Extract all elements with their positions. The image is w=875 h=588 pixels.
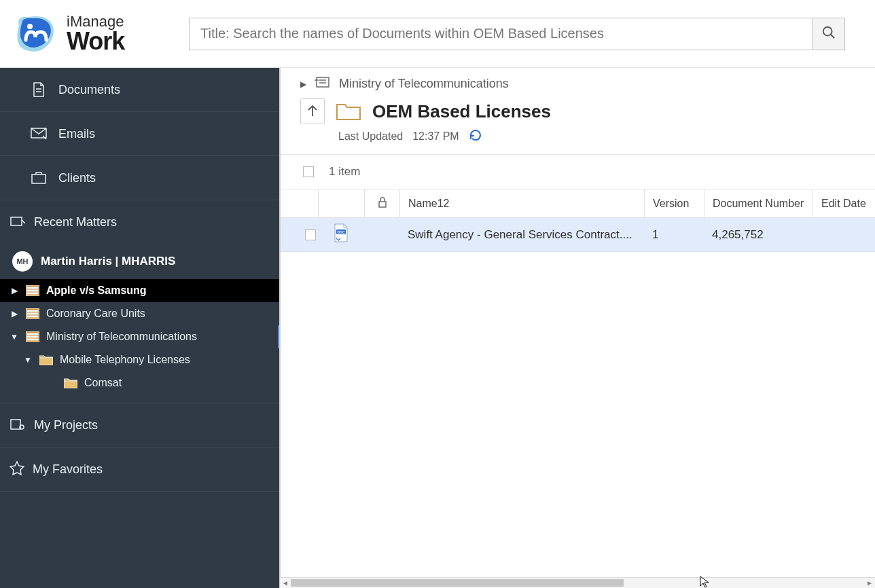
col-version[interactable]: Version — [644, 189, 704, 217]
svg-rect-14 — [27, 313, 38, 314]
table-row[interactable]: DOC Swift Agency - General Services Cont… — [280, 218, 875, 252]
chevron-down-icon: ▼ — [23, 355, 33, 365]
email-icon — [30, 128, 48, 140]
lock-icon — [378, 197, 387, 210]
brand-text: iManage Work — [67, 14, 124, 54]
tree-label: Comsat — [84, 377, 122, 389]
row-checkbox[interactable] — [305, 229, 316, 240]
select-all-checkbox[interactable] — [303, 166, 314, 177]
search-bar — [189, 18, 875, 50]
svg-rect-9 — [27, 287, 38, 289]
col-edit-date[interactable]: Edit Date — [812, 189, 875, 217]
sidebar-section-label: My Projects — [34, 418, 98, 433]
breadcrumb[interactable]: ▶ Ministry of Telecommunications — [280, 68, 875, 92]
app-header: iManage Work — [0, 0, 875, 68]
row-name: Swift Agency - General Services Contract… — [408, 228, 632, 242]
svg-rect-22 — [11, 420, 20, 429]
horizontal-scrollbar[interactable]: ◄ ► — [280, 577, 875, 588]
sidebar-section-label: My Favorites — [33, 462, 103, 477]
tree-item-ministry-telecom[interactable]: ▼ Ministry of Telecommunications — [0, 325, 280, 348]
col-label: Edit Date — [821, 198, 866, 210]
scroll-thumb[interactable] — [291, 579, 624, 587]
svg-point-1 — [823, 27, 832, 36]
up-button[interactable] — [300, 98, 325, 124]
scroll-right-icon[interactable]: ► — [864, 578, 875, 589]
sidebar-item-label: Documents — [58, 83, 120, 97]
svg-rect-11 — [27, 293, 38, 294]
sidebar-section-recent-matters[interactable]: ▼ Recent Matters — [0, 200, 280, 244]
brand-logo-icon — [12, 12, 57, 56]
svg-rect-7 — [11, 217, 22, 225]
svg-rect-24 — [317, 77, 329, 87]
main-content: ▶ Ministry of Telecommunications OEM Bas… — [280, 68, 875, 588]
matter-icon — [26, 331, 39, 342]
col-filetype[interactable] — [318, 189, 364, 217]
word-doc-icon: DOC — [333, 223, 349, 246]
svg-rect-19 — [27, 339, 38, 340]
avatar: MH — [12, 251, 33, 272]
sidebar-item-documents[interactable]: Documents — [0, 68, 280, 111]
tree-item-comsat[interactable]: Comsat — [0, 371, 280, 394]
briefcase-icon — [30, 171, 48, 185]
tree-item-mobile-licenses[interactable]: ▼ Mobile Telephony Licenses — [0, 348, 280, 371]
tree-item-coronary-care[interactable]: ▶ Coronary Care Units — [0, 302, 280, 325]
svg-rect-17 — [27, 333, 38, 335]
page-title: OEM Based Licenses — [372, 101, 551, 122]
recent-icon — [10, 215, 26, 230]
sidebar-section-my-projects[interactable]: ▶ My Projects — [0, 403, 280, 447]
matter-icon — [26, 308, 39, 319]
col-label: Name12 — [408, 198, 449, 210]
workspace-icon — [315, 76, 331, 92]
svg-rect-6 — [32, 174, 46, 183]
document-icon — [30, 81, 48, 98]
brand-block: iManage Work — [0, 12, 189, 56]
svg-rect-27 — [379, 202, 386, 207]
svg-rect-20 — [39, 358, 53, 365]
svg-rect-15 — [27, 316, 38, 317]
col-lock[interactable] — [364, 189, 399, 217]
sidebar-item-label: Emails — [58, 127, 95, 141]
svg-rect-10 — [27, 290, 38, 291]
tree-item-apple-vs-samsung[interactable]: ▶ Apple v/s Samsung — [0, 279, 280, 302]
sidebar-user-row[interactable]: MH Martin Harris | MHARRIS — [0, 244, 280, 279]
projects-icon — [10, 418, 26, 433]
matter-icon — [26, 285, 39, 296]
scroll-track[interactable] — [291, 578, 864, 588]
star-icon — [10, 461, 24, 478]
last-updated-row: Last Updated 12:37 PM — [280, 124, 875, 154]
chevron-right-icon: ▶ — [300, 79, 306, 89]
col-name[interactable]: Name12 — [399, 189, 644, 217]
svg-text:DOC: DOC — [337, 230, 345, 234]
arrow-up-icon — [307, 105, 318, 119]
tree-label: Coronary Care Units — [46, 308, 145, 320]
sidebar-item-emails[interactable]: Emails — [0, 112, 280, 155]
row-version: 1 — [652, 228, 658, 242]
folder-icon — [336, 100, 361, 123]
chevron-right-icon: ▶ — [10, 286, 19, 295]
col-document-number[interactable]: Document Number — [704, 189, 812, 217]
row-docnum: 4,265,752 — [712, 228, 764, 242]
col-label: Document Number — [713, 198, 804, 210]
folder-icon — [39, 354, 53, 365]
chevron-right-icon: ▶ — [10, 309, 19, 318]
svg-rect-21 — [64, 381, 77, 388]
svg-point-0 — [27, 24, 33, 29]
search-input[interactable] — [189, 18, 812, 50]
sidebar-item-label: Clients — [58, 171, 96, 185]
folder-icon — [64, 378, 77, 388]
search-icon — [821, 25, 836, 42]
sidebar-item-clients[interactable]: Clients — [0, 156, 280, 200]
refresh-button[interactable] — [469, 128, 482, 145]
tree-label: Apple v/s Samsung — [46, 284, 147, 297]
last-updated-label: Last Updated — [338, 130, 403, 143]
last-updated-time: 12:37 PM — [412, 130, 459, 143]
sidebar: Documents Emails Clients ▼ Recent Matter… — [0, 68, 280, 588]
chevron-down-icon: ▼ — [10, 332, 19, 342]
brand-name-bottom: Work — [67, 29, 124, 54]
tree-label: Ministry of Telecommunications — [46, 331, 197, 343]
col-checkbox — [303, 189, 318, 217]
search-button[interactable] — [812, 18, 845, 50]
col-label: Version — [653, 198, 689, 210]
scroll-left-icon[interactable]: ◄ — [280, 578, 291, 589]
sidebar-section-my-favorites[interactable]: ▶ My Favorites — [0, 447, 280, 491]
